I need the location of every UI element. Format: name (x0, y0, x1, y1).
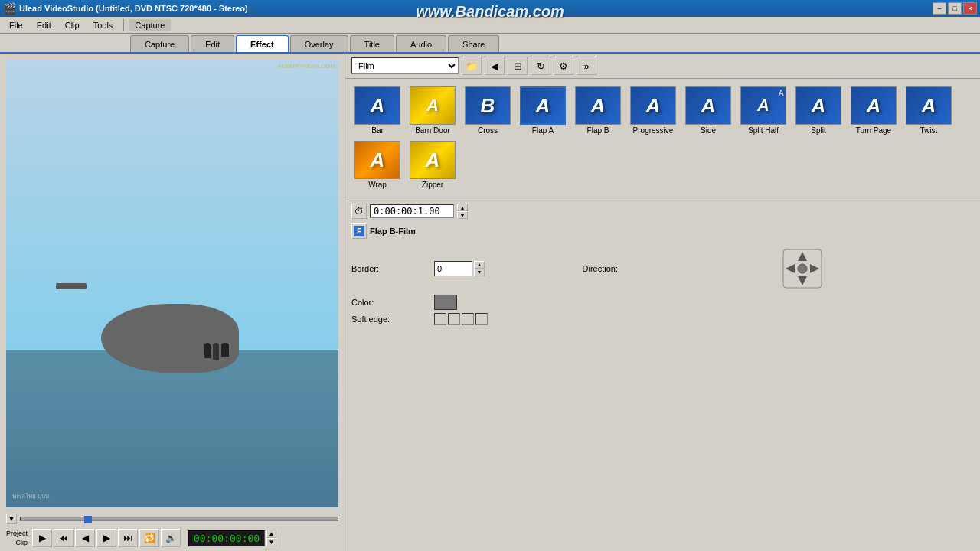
menu-tools[interactable]: Tools (87, 19, 119, 31)
soft-edge-label: Soft edge: (351, 315, 428, 324)
effect-wrap-icon: A (354, 141, 400, 179)
grid-view-btn[interactable]: ⊞ (508, 57, 528, 75)
title-bar-left: 🎬 Ulead VideoStudio (Untitled, DVD NTSC … (3, 2, 248, 15)
effect-name-icon: F (351, 223, 367, 239)
step-back-button[interactable]: ◀ (75, 529, 95, 547)
effect-turn-page-icon: A (851, 86, 897, 125)
scrubber-left-arrow[interactable]: ▼ (6, 514, 17, 524)
effect-barn-door[interactable]: A Barn Door (407, 85, 459, 136)
preview-logo: AUBURYFEAN.COM (278, 63, 335, 70)
effect-twist-label: Twist (920, 126, 938, 135)
refresh-btn[interactable]: ↻ (531, 57, 550, 75)
begin-button[interactable]: ⏮ (54, 529, 74, 547)
soft-edge-2[interactable] (448, 313, 460, 325)
title-bar-controls[interactable]: − □ × (933, 2, 977, 15)
effect-cross-icon: B (465, 86, 511, 125)
menu-capture[interactable]: Capture (129, 19, 171, 31)
menu-bar: File Edit Clip Tools Capture (0, 17, 980, 34)
duration-up[interactable]: ▲ (457, 204, 468, 211)
tab-capture[interactable]: Capture (130, 35, 189, 52)
timecode-down[interactable]: ▼ (266, 538, 276, 546)
effect-turn-page[interactable]: A Turn Page (848, 85, 900, 136)
tab-edit[interactable]: Edit (191, 35, 234, 52)
effect-bar-icon: A (354, 86, 400, 125)
direction-cluster (779, 246, 825, 292)
step-forward-button[interactable]: ▶ (96, 529, 116, 547)
timecode-spinners[interactable]: ▲ ▼ (266, 530, 276, 546)
folder-icon-btn[interactable]: 📁 (462, 57, 482, 75)
effect-flap-a-icon: A (520, 86, 566, 125)
nav-back-btn[interactable]: ◀ (485, 57, 505, 75)
border-spinners[interactable]: ▲ ▼ (474, 261, 485, 276)
menu-file[interactable]: File (3, 19, 29, 31)
effect-twist[interactable]: A Twist (903, 85, 955, 136)
effect-bar[interactable]: A Bar (351, 85, 403, 136)
preview-video: ทะเลไทย มุนน AUBURYFEAN.COM (6, 60, 338, 507)
effects-grid: A Bar A Barn Door B Cross (345, 79, 980, 197)
border-down[interactable]: ▼ (474, 269, 485, 276)
tab-share[interactable]: Share (448, 35, 499, 52)
volume-button[interactable]: 🔊 (161, 529, 181, 547)
scrubber-track[interactable] (20, 517, 338, 521)
preview-scrubber[interactable]: ▼ (6, 514, 338, 524)
duration-spinners[interactable]: ▲ ▼ (457, 204, 468, 219)
effect-split[interactable]: A Split (792, 85, 844, 136)
svg-point-7 (798, 264, 807, 273)
soft-edge-1[interactable] (434, 313, 446, 325)
repeat-button[interactable]: 🔁 (139, 529, 159, 547)
duration-icon[interactable]: ⏱ (351, 204, 367, 219)
duration-down[interactable]: ▼ (457, 211, 468, 219)
color-label: Color: (351, 298, 428, 307)
effect-barn-door-icon: A (410, 86, 456, 125)
border-input[interactable]: 0 (434, 261, 472, 276)
play-button[interactable]: ▶ (32, 529, 52, 547)
soft-edge-boxes (434, 313, 526, 325)
effect-cross[interactable]: B Cross (462, 85, 514, 136)
nav-tabs: Capture Edit Effect Overlay Title Audio … (0, 34, 980, 54)
timecode-up[interactable]: ▲ (266, 530, 276, 538)
minimize-button[interactable]: − (933, 2, 946, 15)
effect-icon-svg: F (353, 225, 365, 237)
border-label: Border: (351, 264, 428, 273)
tab-audio[interactable]: Audio (396, 35, 446, 52)
effect-flap-b-icon: A (575, 86, 621, 125)
duration-input[interactable]: 0:00:00:1.00 (370, 204, 454, 218)
effect-split-label: Split (811, 126, 825, 135)
settings-btn[interactable]: ⚙ (554, 57, 573, 75)
category-dropdown[interactable]: Film Alpha 3D Dissolve Peel Wipe (351, 57, 459, 74)
color-swatch[interactable] (434, 295, 457, 310)
tab-effect[interactable]: Effect (236, 35, 289, 52)
effect-progressive[interactable]: A Progressive (627, 85, 679, 136)
effect-split-half[interactable]: A A Split Half (737, 85, 789, 136)
effect-flap-b[interactable]: A Flap B (572, 85, 624, 136)
main-area: ทะเลไทย มุนน AUBURYFEAN.COM ▼ Project Cl… (0, 54, 980, 551)
direction-label: Direction: (532, 264, 624, 273)
menu-clip[interactable]: Clip (59, 19, 86, 31)
effect-zipper[interactable]: A Zipper (407, 139, 459, 191)
soft-edge-3[interactable] (462, 313, 474, 325)
effect-split-half-label: Split Half (748, 126, 779, 135)
soft-edge-4[interactable] (475, 313, 488, 325)
scene-ship (56, 283, 87, 289)
effect-bar-label: Bar (371, 126, 384, 135)
effect-wrap[interactable]: A Wrap (351, 139, 403, 191)
tab-overlay[interactable]: Overlay (290, 35, 348, 52)
effect-name-row: F Flap B-Film (351, 223, 974, 239)
maximize-button[interactable]: □ (948, 2, 962, 15)
title-bar-text: Ulead VideoStudio (Untitled, DVD NTSC 72… (19, 4, 248, 13)
effect-flap-a[interactable]: A Flap A (517, 85, 569, 136)
effect-twist-icon: A (906, 86, 952, 125)
effect-cross-label: Cross (478, 126, 498, 135)
properties-panel: ⏱ 0:00:00:1.00 ▲ ▼ F Flap B-Film (345, 197, 980, 331)
end-button[interactable]: ⏭ (118, 529, 138, 547)
effect-side[interactable]: A Side (682, 85, 734, 136)
expand-btn[interactable]: » (577, 57, 596, 75)
effect-side-label: Side (701, 126, 716, 135)
effect-zipper-icon: A (410, 141, 456, 179)
app-icon: 🎬 (3, 2, 16, 15)
scrubber-thumb[interactable] (84, 516, 92, 523)
close-button[interactable]: × (963, 2, 977, 15)
menu-edit[interactable]: Edit (31, 19, 57, 31)
tab-title[interactable]: Title (350, 35, 394, 52)
border-up[interactable]: ▲ (474, 261, 485, 269)
